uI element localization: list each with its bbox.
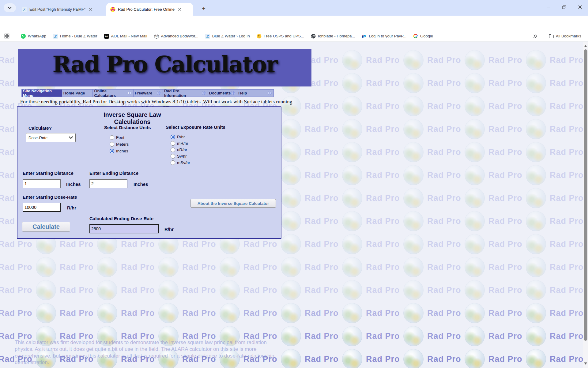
bookmarks-overflow-button[interactable] (531, 33, 540, 39)
bookmark-item[interactable]: WAdvanced Bodywor... (152, 33, 201, 40)
about-calculator-button[interactable]: About the Inverse Square Calculator (190, 199, 276, 208)
nav-item-label: Site Navigation Menu (23, 89, 61, 98)
watermark-text: Rad Pro (488, 125, 522, 134)
bookmark-item[interactable]: Free USPS and UPS... (254, 33, 307, 40)
radio-label: uR/hr (177, 148, 187, 152)
site-banner: Rad Pro Calculator (18, 49, 311, 86)
bookmark-item[interactable]: Google (411, 33, 435, 40)
radio-inches[interactable]: Inches (110, 149, 129, 153)
nav-item-online-calculators[interactable]: Online Calculators (93, 90, 134, 97)
globe-watermark (220, 257, 240, 277)
nav-item-label: Online Calculators (94, 89, 128, 98)
watermark-text: Rad Pro (550, 171, 583, 180)
tab-close-button[interactable] (88, 7, 93, 12)
globe-watermark (342, 73, 362, 93)
nav-item-rad-pro-information[interactable]: Rad Pro Information (163, 90, 208, 97)
globe-watermark (403, 303, 424, 323)
globe-watermark (465, 211, 485, 231)
watermark-text: Rad Pro (366, 355, 400, 364)
radio-ur-hr[interactable]: uR/hr (171, 148, 190, 152)
calculator-title: Inverse Square Law Calculations (86, 111, 178, 125)
radio-sv-hr[interactable]: Sv/hr (171, 154, 190, 159)
radio-r-hr[interactable]: R/hr (171, 135, 190, 139)
bookmark-item[interactable]: ZBlue Z Water › Log In (203, 33, 252, 40)
watermark-text: Rad Pro (427, 263, 461, 272)
bookmark-label: AOL Mail - New Mail (111, 34, 147, 38)
radio-mr-hr[interactable]: mR/hr (171, 141, 190, 146)
watermark-text: Rad Pro (121, 286, 155, 295)
calculate-select[interactable]: Dose-Rate (26, 133, 76, 142)
bookmark-item[interactable]: Aol.AOL Mail - New Mail (102, 33, 150, 40)
bookmark-item[interactable]: ZHome - Blue Z Water (51, 33, 100, 40)
radio-meters[interactable]: Meters (110, 142, 129, 147)
watermark-text: Rad Pro (550, 286, 583, 295)
globe-watermark (403, 96, 424, 116)
radio-label: mSv/hr (177, 160, 190, 165)
all-bookmarks-button[interactable]: All Bookmarks (546, 33, 584, 40)
browser-tab[interactable]: ZEdit Post “High Intensity PEMF” (18, 3, 106, 16)
nav-item-freeware[interactable]: Freeware (134, 90, 163, 97)
scrollbar-thumb[interactable] (584, 49, 587, 341)
bookmark-label: Log in to your PayP... (369, 34, 406, 38)
watermark-text: Rad Pro (550, 332, 583, 341)
minimize-button[interactable] (540, 0, 556, 14)
watermark-text: Rad Pro (488, 217, 522, 226)
ending-dose-rate-result[interactable] (89, 224, 159, 233)
globe-watermark (465, 257, 485, 277)
ending-distance-input[interactable] (89, 179, 127, 188)
calculate-button[interactable]: Calculate (22, 222, 70, 232)
watermark-text: Rad Pro (305, 263, 338, 272)
nav-item-label: Home Page (63, 91, 85, 95)
svg-text:Z: Z (23, 7, 25, 12)
watermark-text: Rad Pro (121, 263, 155, 272)
smiley-icon (257, 34, 262, 39)
tab-close-button[interactable] (177, 7, 183, 12)
globe-watermark (281, 165, 301, 185)
paypal-icon: PP (362, 34, 367, 39)
watermark-text: Rad Pro (550, 56, 583, 65)
page-scrollbar[interactable] (583, 42, 588, 368)
watermark-text: Rad Pro (427, 240, 461, 249)
bookmark-item[interactable]: WhatsApp (18, 33, 49, 40)
radio-feet[interactable]: Feet (110, 135, 129, 140)
new-tab-button[interactable]: + (200, 5, 208, 13)
watermark-text: Rad Pro (488, 56, 522, 65)
watermark-text: Rad Pro (488, 171, 522, 180)
watermark-text: Rad Pro (427, 194, 461, 203)
radio-button-icon (171, 154, 175, 159)
watermark-text: Rad Pro (305, 286, 338, 295)
tab-search-button[interactable] (4, 3, 16, 12)
watermark-text: Rad Pro (305, 217, 338, 226)
globe-watermark (465, 119, 485, 139)
radio-msv-hr[interactable]: mSv/hr (171, 160, 190, 165)
scroll-up-button[interactable] (583, 44, 588, 49)
ending-distance-unit: Inches (134, 182, 148, 187)
nav-item-documents[interactable]: Documents (208, 90, 237, 97)
watermark-text: Rad Pro (305, 148, 338, 157)
dark-globe-icon (311, 34, 316, 39)
scroll-down-button[interactable] (583, 361, 588, 366)
apps-grid-button[interactable] (4, 32, 12, 40)
close-icon (178, 8, 181, 11)
nav-item-site-navigation-menu: Site Navigation Menu (22, 90, 62, 97)
bookmark-item[interactable]: Ionblade - Homepa... (308, 33, 357, 40)
nav-item-help[interactable]: Help (237, 90, 273, 97)
watermark-text: Rad Pro (550, 355, 583, 364)
close-window-button[interactable] (572, 0, 588, 14)
bookmark-item[interactable]: PPLog in to your PayP... (359, 33, 409, 40)
watermark-text: Rad Pro (550, 240, 583, 249)
browser-tab[interactable]: Rad Pro Calculator: Free Online (106, 3, 193, 16)
watermark-text: Rad Pro (60, 240, 93, 249)
watermark-text: Rad Pro (0, 240, 32, 249)
globe-watermark (36, 303, 56, 323)
globe-watermark (465, 188, 485, 208)
nav-item-home-page[interactable]: Home Page (62, 90, 93, 97)
restore-button[interactable] (556, 0, 572, 14)
svg-text:Z: Z (206, 34, 209, 38)
watermark-text: Rad Pro (427, 332, 461, 341)
watermark-text: Rad Pro (366, 286, 400, 295)
watermark-text: Rad Pro (550, 194, 583, 203)
starting-dose-rate-input[interactable] (23, 203, 61, 212)
starting-distance-input[interactable] (23, 179, 61, 188)
globe-watermark (158, 280, 179, 300)
